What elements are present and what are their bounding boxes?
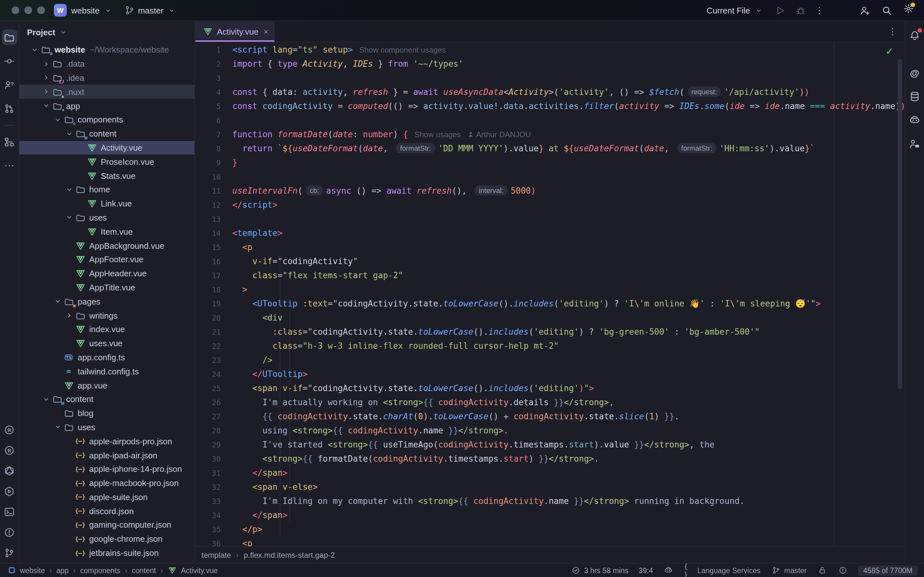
r-plugin-2-icon[interactable]: R: [2, 442, 17, 458]
statusbar-breadcrumb-app[interactable]: app: [57, 566, 69, 574]
chevron-down-icon[interactable]: [29, 47, 40, 53]
tree-item--data[interactable]: .data: [19, 57, 194, 71]
tree-item-uses[interactable]: uses: [19, 420, 194, 434]
code-line[interactable]: </UTooltip>: [232, 367, 905, 382]
problems-icon[interactable]: [2, 524, 17, 540]
code-line[interactable]: function formatDate(date: number) { Show…: [232, 127, 905, 142]
tree-item-apple-iphone-14-pro-json[interactable]: {⋯}apple-iphone-14-pro.json: [19, 462, 194, 476]
tree-item-jetbrains-suite-json[interactable]: {⋯}jetbrains-suite.json: [19, 546, 194, 560]
tree-item-components[interactable]: ◇components: [19, 113, 194, 127]
file-writable[interactable]: [817, 565, 827, 575]
code-line[interactable]: v-if="codingActivity": [232, 255, 905, 269]
tree-item-writings[interactable]: writings: [19, 308, 194, 322]
code-line[interactable]: <div: [232, 311, 905, 325]
code-line[interactable]: <p: [232, 240, 905, 255]
editor-scrollbar[interactable]: [898, 59, 902, 389]
statusbar-breadcrumb-activity-vue[interactable]: Activity.vue: [168, 565, 218, 575]
code-line[interactable]: <UTooltip :text="codingActivity.state.to…: [232, 297, 905, 311]
code-line[interactable]: const codingActivity = computed(() => ac…: [232, 99, 905, 113]
tree-item-item-vue[interactable]: Item.vue: [19, 225, 194, 239]
pull-request-icon[interactable]: [2, 101, 17, 116]
code-lines[interactable]: <script lang="ts" setup> Show component …: [232, 43, 905, 546]
code-line[interactable]: using <strong>{{ codingActivity.name }}<…: [232, 424, 905, 438]
tree-item-blog[interactable]: blog: [19, 406, 194, 420]
code-line[interactable]: [232, 113, 905, 127]
window-controls[interactable]: [11, 6, 45, 14]
tree-item-website[interactable]: ⊕website~/Workspace/website: [19, 43, 194, 57]
settings-button[interactable]: [903, 4, 914, 17]
chevron-right-icon[interactable]: [64, 312, 74, 319]
code-line[interactable]: const { data: activity, refresh } = awai…: [232, 85, 905, 99]
chevron-down-icon[interactable]: [64, 131, 74, 137]
code-author-hint[interactable]: Arthur DANJOU: [467, 130, 531, 139]
chevron-right-icon[interactable]: [41, 75, 51, 81]
chevron-down-icon[interactable]: [41, 103, 51, 109]
code-line[interactable]: class="h-3 w-3 inline-flex rounded-full …: [232, 339, 905, 353]
tree-item-appheader-vue[interactable]: AppHeader.vue: [19, 267, 194, 281]
chevron-down-icon[interactable]: [64, 187, 74, 193]
memory-indicator[interactable]: 4585 of 7700M: [858, 565, 918, 575]
tree-item-uses[interactable]: uses: [19, 211, 194, 225]
breadcrumb-element[interactable]: p.flex.md:items-start.gap-2: [244, 550, 334, 559]
chevron-down-icon[interactable]: [53, 298, 63, 305]
project-folder-icon[interactable]: [2, 29, 17, 45]
inlay-hint[interactable]: request:: [688, 87, 721, 97]
code-viewport[interactable]: 1234567891011121314151617181920212223242…: [195, 42, 905, 546]
code-line[interactable]: >: [232, 283, 905, 297]
chevron-down-icon[interactable]: [64, 214, 74, 221]
code-line[interactable]: [232, 71, 905, 85]
tree-item-pages[interactable]: ▣pages: [19, 295, 194, 309]
statusbar-breadcrumb-content[interactable]: content: [132, 566, 156, 574]
tree-item-apple-airpods-pro-json[interactable]: {⋯}apple-airpods-pro.json: [19, 434, 194, 448]
tree-item-app-config-ts[interactable]: TSapp.config.ts: [19, 350, 194, 364]
tree-item-tailwind-config-ts[interactable]: ≈tailwind.config.ts: [19, 364, 194, 379]
tree-item-uses-vue[interactable]: uses.vue: [19, 336, 194, 350]
commit-icon[interactable]: [2, 53, 17, 69]
copilot-status[interactable]: [663, 565, 674, 575]
add-user-icon[interactable]: [860, 5, 870, 15]
project-panel-header[interactable]: Project: [19, 21, 194, 43]
structure-icon[interactable]: [2, 134, 17, 149]
minimize-window-button[interactable]: [24, 6, 32, 14]
tab-activity-vue[interactable]: Activity.vue ×: [195, 21, 275, 42]
code-vision-hint[interactable]: Show component usages: [353, 45, 446, 55]
code-line[interactable]: class="flex items-start gap-2": [232, 269, 905, 283]
tree-item-link-vue[interactable]: Link.vue: [19, 197, 194, 211]
code-line[interactable]: [232, 170, 905, 184]
inlay-hint[interactable]: interval:: [475, 185, 507, 195]
more-icon[interactable]: [2, 158, 17, 173]
code-line[interactable]: </span>: [232, 466, 905, 480]
code-line[interactable]: :class="codingActivity.state.toLowerCase…: [232, 325, 905, 339]
project-selector[interactable]: website: [71, 5, 113, 15]
copilot-icon[interactable]: [907, 112, 922, 127]
run-icon[interactable]: [775, 5, 785, 15]
database-icon[interactable]: [907, 89, 922, 104]
code-line[interactable]: import { type Activity, IDEs } from '~~/…: [232, 57, 905, 71]
breadcrumb-template[interactable]: template: [202, 550, 231, 559]
nuxt-devtools-icon[interactable]: [2, 484, 17, 499]
code-line[interactable]: </script>: [232, 198, 905, 212]
code-line[interactable]: I'm actually working on <strong>{{ codin…: [232, 396, 905, 410]
code-line[interactable]: return `${useDateFormat(date, formatStr:…: [232, 142, 905, 156]
tree-item-app[interactable]: ⌖app: [19, 99, 194, 113]
inlay-hint[interactable]: formatStr:: [677, 143, 716, 153]
tree-item-discord-json[interactable]: {⋯}discord.json: [19, 504, 194, 518]
code-line[interactable]: useIntervalFn(cb:async () => await refre…: [232, 184, 905, 198]
statusbar-breadcrumb-components[interactable]: components: [80, 566, 120, 574]
tree-item-app-vue[interactable]: app.vue: [19, 378, 194, 392]
code-with-me-icon[interactable]: [907, 136, 922, 151]
tree-item-appfooter-vue[interactable]: AppFooter.vue: [19, 253, 194, 267]
graphql-icon[interactable]: [2, 463, 17, 478]
tree-item-content[interactable]: ▤content: [19, 392, 194, 406]
debug-icon[interactable]: [796, 5, 806, 15]
code-vision-hint[interactable]: Show usages: [408, 130, 467, 139]
close-icon[interactable]: ×: [264, 27, 268, 36]
code-line[interactable]: </p>: [232, 522, 905, 537]
tree-item-index-vue[interactable]: index.vue: [19, 322, 194, 337]
terminal-icon[interactable]: [2, 504, 17, 519]
close-window-button[interactable]: [11, 6, 19, 14]
code-line[interactable]: }: [232, 156, 905, 170]
tree-item-stats-vue[interactable]: Stats.vue: [19, 169, 194, 183]
zoom-window-button[interactable]: [37, 6, 45, 14]
tree-item-apple-ipad-air-json[interactable]: {⋯}apple-ipad-air.json: [19, 448, 194, 462]
